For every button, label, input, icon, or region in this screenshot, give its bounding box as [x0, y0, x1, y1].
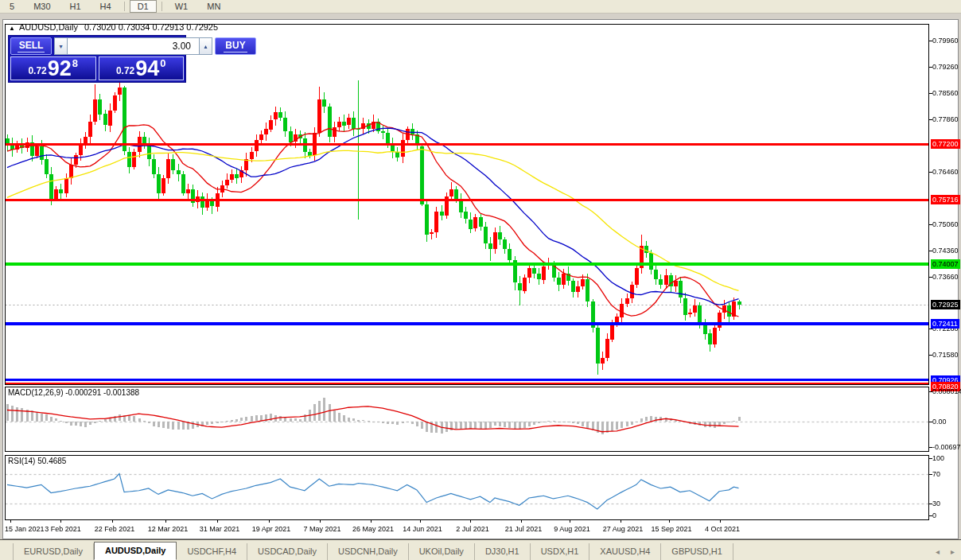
buy-price-pip: 0 [160, 57, 165, 69]
tab-gbpusd-h1[interactable]: GBPUSD,H1 [661, 543, 733, 560]
tab-xauusd-h4[interactable]: XAUUSD,H4 [589, 543, 661, 560]
date-tick-label: 31 Mar 2021 [200, 525, 240, 533]
chevron-down-icon: ▾ [59, 43, 62, 50]
chevron-up-icon: ▴ [204, 43, 207, 50]
timeframe-toolbar: 5M30H1H4D1W1MN [0, 0, 961, 14]
one-click-trade-panel: SELL ▾ ▴ BUY 0.72928 0.72940 [8, 35, 186, 83]
price-tick-label: 0.75060 [932, 220, 959, 229]
price-tick-label: 0.74360 [932, 247, 959, 255]
date-tick-label: 22 Feb 2021 [95, 525, 135, 533]
rsi-axis-label: 0 [932, 511, 936, 520]
date-tick-label: 26 May 2021 [352, 525, 394, 533]
tf-button-w1[interactable]: W1 [167, 0, 196, 13]
tab-usdcad-daily[interactable]: USDCAD,Daily [247, 543, 328, 560]
rsi-axis-label: 30 [932, 500, 940, 508]
buy-price-prefix: 0.72 [116, 65, 134, 76]
toolbar-separator [161, 2, 162, 11]
date-tick-label: 9 Aug 2021 [554, 525, 590, 533]
price-tick-label: 0.78560 [932, 89, 959, 98]
macd-axis-label: 0.00 [932, 418, 947, 426]
price-tick-label: 0.77860 [932, 115, 959, 124]
date-tick-label: 3 Feb 2021 [45, 525, 81, 533]
date-tick-label: 7 May 2021 [303, 525, 340, 533]
toolbar-separator [124, 2, 125, 11]
bid-price-label: 0.72925 [931, 300, 960, 309]
date-tick-label: 15 Jan 2021 [5, 525, 45, 533]
tab-usdchf-h4[interactable]: USDCHF,H4 [177, 543, 247, 560]
tf-button-m30[interactable]: M30 [25, 0, 58, 13]
price-axis[interactable]: 0.799600.792600.785600.778600.764600.750… [931, 20, 959, 540]
date-tick-label: 21 Jul 2021 [505, 525, 543, 533]
symbol-label: AUDUSD,Daily [19, 22, 78, 32]
tf-button-5[interactable]: 5 [2, 0, 22, 13]
chart-window: ▲AUDUSD,Daily0.73020 0.73034 0.72913 0.7… [2, 19, 959, 539]
price-level-label: 0.72411 [931, 319, 959, 329]
macd-indicator-label: MACD(12,26,9) -0.000291 -0.001388 [8, 388, 139, 397]
chart-quote-title: ▲AUDUSD,Daily0.73020 0.73034 0.72913 0.7… [9, 22, 218, 32]
macd-axis-label: -0.00697 [932, 443, 961, 452]
price-tick-label: 0.76460 [932, 168, 959, 177]
sell-price-pip: 8 [72, 57, 78, 69]
date-tick-label: 4 Oct 2021 [705, 525, 740, 533]
mt4-terminal: 5M30H1H4D1W1MN ▲AUDUSD,Daily0.73020 0.73… [0, 0, 961, 560]
macd-axis-label: 0.008014 [932, 387, 961, 396]
tab-scrollers: ◂▸ [936, 547, 955, 556]
price-level-label: 0.74007 [931, 259, 960, 269]
sell-price-main: 92 [48, 58, 72, 79]
chart-tab-bar: EURUSD,DailyAUDUSD,DailyUSDCHF,H4USDCAD,… [0, 539, 961, 560]
price-tick-label: 0.73660 [932, 273, 959, 282]
sell-price-box[interactable]: 0.72928 [10, 56, 96, 80]
rsi-axis-label: 100 [932, 454, 944, 463]
tab-dj30-h1[interactable]: DJ30,H1 [475, 543, 531, 560]
collapse-arrow-icon[interactable]: ▲ [9, 25, 15, 32]
tab-usdx-h1[interactable]: USDX,H1 [531, 543, 590, 560]
tab-scroll-left-icon[interactable]: ◂ [936, 547, 940, 556]
tf-button-d1[interactable]: D1 [130, 0, 157, 13]
date-tick-label: 2 Jul 2021 [456, 525, 489, 533]
date-tick-label: 14 Jun 2021 [403, 525, 442, 533]
tab-ukoil-daily[interactable]: UKOil,Daily [409, 543, 475, 560]
rsi-indicator-label: RSI(14) 50.4685 [8, 457, 66, 465]
volume-increase-button[interactable]: ▴ [199, 37, 212, 55]
price-chart-canvas[interactable] [3, 20, 958, 539]
tf-button-mn[interactable]: MN [199, 0, 228, 13]
price-tick-label: 0.79960 [932, 37, 959, 45]
date-tick-label: 27 Aug 2021 [603, 525, 644, 533]
tf-button-h1[interactable]: H1 [62, 0, 89, 13]
date-axis[interactable]: 15 Jan 20213 Feb 202122 Feb 202112 Mar 2… [3, 523, 929, 536]
date-tick-label: 19 Apr 2021 [252, 525, 291, 533]
volume-decrease-button[interactable]: ▾ [54, 37, 68, 55]
volume-input[interactable] [68, 37, 199, 55]
buy-button[interactable]: BUY [215, 37, 256, 55]
date-tick-label: 12 Mar 2021 [148, 525, 189, 533]
tab-eurusd-daily[interactable]: EURUSD,Daily [13, 543, 94, 560]
ohlc-values: 0.73020 0.73034 0.72913 0.72925 [84, 22, 218, 32]
price-tick-label: 0.71580 [932, 351, 959, 360]
buy-price-main: 94 [135, 58, 159, 79]
tf-button-h4[interactable]: H4 [92, 0, 119, 13]
rsi-axis-label: 70 [932, 470, 940, 479]
tab-scroll-right-icon[interactable]: ▸ [951, 547, 955, 556]
price-tick-label: 0.79260 [932, 63, 959, 72]
tab-audusd-daily[interactable]: AUDUSD,Daily [94, 542, 177, 560]
buy-price-box[interactable]: 0.72940 [99, 56, 185, 80]
sell-price-prefix: 0.72 [28, 65, 46, 76]
price-level-label: 0.77200 [931, 139, 960, 149]
sell-button[interactable]: SELL [10, 37, 52, 55]
date-tick-label: 15 Sep 2021 [651, 525, 691, 533]
price-level-label: 0.75716 [931, 195, 960, 204]
tab-usdcnh-daily[interactable]: USDCNH,Daily [328, 543, 409, 560]
